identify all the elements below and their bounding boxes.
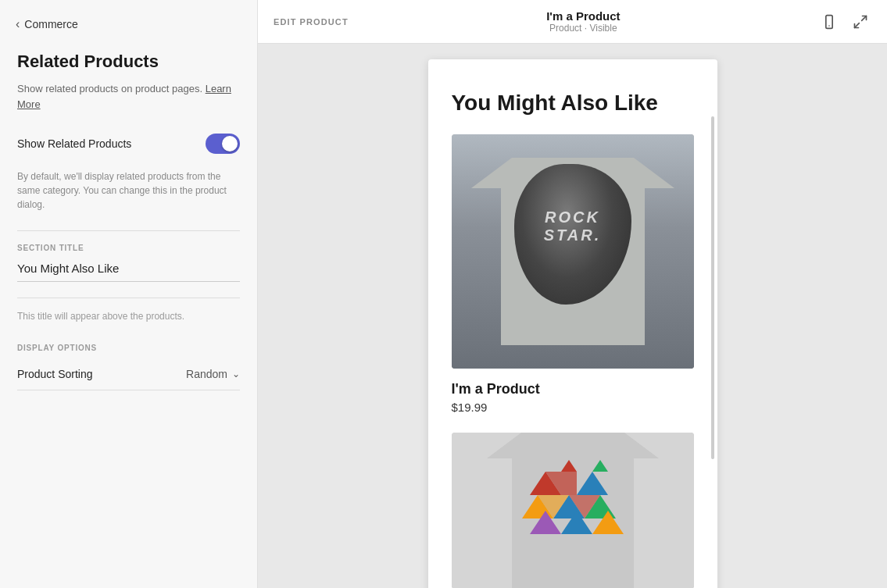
right-panel: EDIT PRODUCT I'm a Product Product · Vis… xyxy=(258,0,887,588)
show-related-products-toggle[interactable] xyxy=(206,134,240,154)
back-navigation[interactable]: ‹ Commerce xyxy=(0,0,257,44)
panel-content: Related Products Show related products o… xyxy=(0,44,257,414)
product-price-1: $19.99 xyxy=(452,401,694,414)
chevron-left-icon: ‹ xyxy=(16,17,20,31)
triangles-pattern xyxy=(522,456,624,534)
sorting-value: Random xyxy=(186,368,227,380)
preview-card: You Might Also Like xyxy=(428,59,717,588)
product-card-1: ROCK STAR. I'm a Product $19.99 xyxy=(452,134,694,414)
left-panel: ‹ Commerce Related Products Show related… xyxy=(0,0,258,588)
svg-marker-8 xyxy=(561,460,577,472)
preview-inner: You Might Also Like xyxy=(428,59,717,588)
svg-line-2 xyxy=(862,16,867,20)
rock-star-text: ROCK STAR. xyxy=(544,208,602,244)
preview-area: You Might Also Like xyxy=(258,44,887,588)
toggle-row: Show Related Products xyxy=(17,134,240,154)
preview-scrollbar xyxy=(711,116,714,459)
product-subtitle: Product · Visible xyxy=(546,23,620,34)
top-bar-actions xyxy=(818,11,871,33)
description-text: Show related products on product pages. xyxy=(17,83,202,94)
svg-line-3 xyxy=(855,23,860,27)
toggle-label: Show Related Products xyxy=(17,137,131,150)
section-title-input[interactable] xyxy=(17,258,240,282)
divider-1 xyxy=(17,230,240,231)
panel-title: Related Products xyxy=(17,52,240,72)
svg-marker-10 xyxy=(592,460,608,472)
product-name-1: I'm a Product xyxy=(452,381,694,397)
product-sorting-row: Product Sorting Random ⌄ xyxy=(17,358,240,390)
mobile-preview-button[interactable] xyxy=(818,11,840,33)
section-title-label: SECTION TITLE xyxy=(17,244,240,252)
display-options-section: DISPLAY OPTIONS Product Sorting Random ⌄ xyxy=(17,344,240,390)
chevron-down-icon: ⌄ xyxy=(232,369,240,380)
preview-heading: You Might Also Like xyxy=(452,91,694,116)
product-card-2 xyxy=(452,433,694,588)
preview-wrapper: You Might Also Like xyxy=(428,59,717,588)
back-label: Commerce xyxy=(24,18,77,30)
product-main-title: I'm a Product xyxy=(546,9,620,23)
divider-2 xyxy=(17,298,240,298)
sorting-dropdown[interactable]: Random ⌄ xyxy=(186,368,240,380)
expand-button[interactable] xyxy=(849,11,871,33)
top-bar: EDIT PRODUCT I'm a Product Product · Vis… xyxy=(258,0,887,44)
svg-marker-9 xyxy=(577,472,608,495)
section-title-hint: This title will appear above the product… xyxy=(17,311,240,322)
panel-description: Show related products on product pages. … xyxy=(17,81,240,112)
product-image-2 xyxy=(452,433,694,588)
sorting-label: Product Sorting xyxy=(17,368,93,380)
hint-text: By default, we'll display related produc… xyxy=(17,169,240,212)
mobile-icon xyxy=(821,14,837,30)
product-title-block: I'm a Product Product · Visible xyxy=(546,9,620,34)
display-options-label: DISPLAY OPTIONS xyxy=(17,344,240,352)
product-image-1: ROCK STAR. xyxy=(452,134,694,369)
expand-icon xyxy=(853,14,868,30)
tshirt-background: ROCK STAR. xyxy=(452,134,694,369)
edit-product-label: EDIT PRODUCT xyxy=(274,17,349,27)
